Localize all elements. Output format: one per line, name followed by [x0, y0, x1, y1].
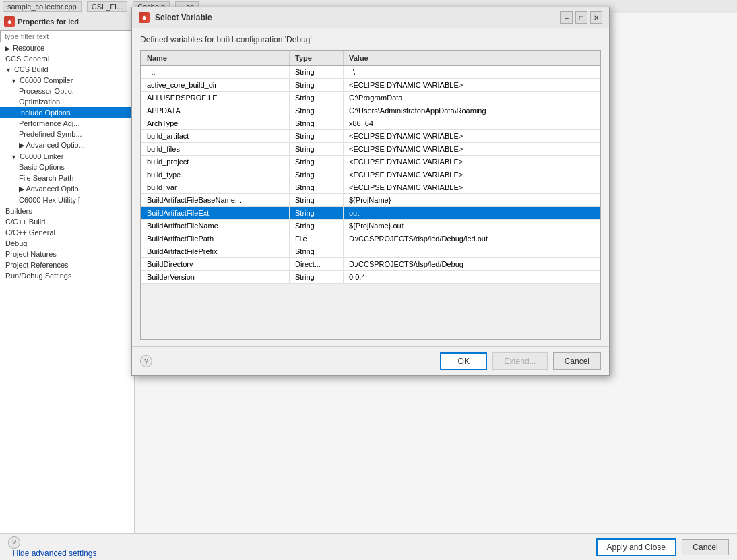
- table-row[interactable]: active_core_build_dirString<ECLIPSE DYNA…: [141, 79, 600, 92]
- dialog-title: Select Variable: [155, 13, 212, 22]
- sidebar-item-include-options[interactable]: Include Options: [0, 107, 134, 118]
- bottom-bar: ? Hide advanced settings Apply and Close…: [0, 533, 737, 560]
- editor-tab-2[interactable]: CSL_FI...: [87, 1, 127, 12]
- cell-name: BuildArtifactFilePrefix: [141, 245, 290, 258]
- sidebar-item-performance-adj[interactable]: Performance Adj...: [0, 118, 134, 129]
- cell-type: Direct...: [290, 258, 344, 271]
- minimize-button[interactable]: –: [560, 11, 573, 24]
- cell-name: active_core_build_dir: [141, 79, 290, 92]
- red-cube-icon: ◆: [4, 16, 15, 27]
- cell-type: File: [290, 232, 344, 245]
- sidebar-item-basic-options[interactable]: Basic Options: [0, 162, 134, 173]
- cell-value: <ECLIPSE DYNAMIC VARIABLE>: [344, 181, 600, 194]
- sidebar-item-debug[interactable]: Debug: [0, 238, 134, 249]
- cancel-button[interactable]: Cancel: [553, 352, 601, 370]
- cell-name: APPDATA: [141, 104, 290, 117]
- table-header-row: Name Type Value: [141, 51, 600, 66]
- sidebar-item-c6000-compiler[interactable]: ▼C6000 Compiler: [0, 75, 134, 86]
- sidebar-item-file-search-path[interactable]: File Search Path: [0, 173, 134, 183]
- dialog-title-bar: ◆ Select Variable – □ ✕: [132, 7, 609, 28]
- extend-button[interactable]: Extend...: [492, 352, 547, 370]
- table-row[interactable]: build_artifactString<ECLIPSE DYNAMIC VAR…: [141, 130, 600, 143]
- sidebar-item-resource[interactable]: ▶Resource: [0, 42, 134, 53]
- sidebar-title: Properties for led: [18, 18, 79, 26]
- table-row[interactable]: build_projectString<ECLIPSE DYNAMIC VARI…: [141, 156, 600, 168]
- ok-button[interactable]: OK: [440, 352, 487, 370]
- sidebar-item-project-natures[interactable]: Project Natures: [0, 249, 134, 259]
- sidebar-item-c6000-linker[interactable]: ▼C6000 Linker: [0, 151, 134, 162]
- dialog-title-left: ◆ Select Variable: [139, 12, 212, 23]
- table-row[interactable]: BuildArtifactFilePrefixString: [141, 245, 600, 258]
- table-row[interactable]: build_filesString<ECLIPSE DYNAMIC VARIAB…: [141, 143, 600, 156]
- cell-name: build_project: [141, 156, 290, 168]
- table-row[interactable]: BuilderVersionString0.0.4: [141, 271, 600, 284]
- table-row[interactable]: BuildArtifactFileNameString${ProjName}.o…: [141, 220, 600, 232]
- cell-value: D:/CCSPROJECTS/dsp/led/Debug: [344, 258, 600, 271]
- cell-value: C:\ProgramData: [344, 92, 600, 104]
- cell-value: <ECLIPSE DYNAMIC VARIABLE>: [344, 130, 600, 143]
- table-row[interactable]: APPDATAStringC:\Users\Administrator\AppD…: [141, 104, 600, 117]
- apply-close-button[interactable]: Apply and Close: [596, 538, 676, 556]
- help-bottom: ? Hide advanced settings: [8, 536, 96, 558]
- table-row[interactable]: build_typeString<ECLIPSE DYNAMIC VARIABL…: [141, 168, 600, 181]
- footer-left: ?: [140, 355, 152, 367]
- column-header-type: Type: [290, 51, 344, 66]
- table-row[interactable]: build_varString<ECLIPSE DYNAMIC VARIABLE…: [141, 181, 600, 194]
- help-icon-dialog[interactable]: ?: [140, 355, 152, 367]
- sidebar-item-project-references[interactable]: Project References: [0, 259, 134, 270]
- restore-button[interactable]: □: [575, 11, 587, 24]
- sidebar-item-ccs-general[interactable]: CCS General: [0, 53, 134, 64]
- table-row[interactable]: BuildArtifactFileExtStringout: [141, 207, 600, 220]
- cell-value: [344, 245, 600, 258]
- cell-type: String: [290, 271, 344, 284]
- cell-value: ::\: [344, 65, 600, 79]
- cell-name: BuilderVersion: [141, 271, 290, 284]
- table-row[interactable]: ArchTypeStringx86_64: [141, 117, 600, 130]
- sidebar-item-advanced-optio2[interactable]: ▶ Advanced Optio...: [0, 183, 134, 195]
- cell-value: D:/CCSPROJECTS/dsp/led/Debug/led.out: [344, 232, 600, 245]
- sidebar-item-cpp-general[interactable]: C/C++ General: [0, 227, 134, 238]
- variable-table-container: Name Type Value =::String::\active_core_…: [140, 50, 601, 340]
- sidebar-item-optimization[interactable]: Optimization: [0, 96, 134, 107]
- sidebar-item-predefined-symb[interactable]: Predefined Symb...: [0, 129, 134, 139]
- cell-value: ${ProjName}: [344, 194, 600, 207]
- table-row[interactable]: BuildArtifactFileBaseName...String${Proj…: [141, 194, 600, 207]
- footer-right: OK Extend... Cancel: [440, 352, 601, 370]
- cancel-button-bottom[interactable]: Cancel: [682, 539, 729, 555]
- cell-name: ArchType: [141, 117, 290, 130]
- column-header-value: Value: [344, 51, 600, 66]
- cell-name: BuildArtifactFileBaseName...: [141, 194, 290, 207]
- cell-type: String: [290, 220, 344, 232]
- table-row[interactable]: ALLUSERSPROFILEStringC:\ProgramData: [141, 92, 600, 104]
- help-icon-bottom[interactable]: ?: [8, 536, 20, 549]
- table-row[interactable]: BuildArtifactFilePathFileD:/CCSPROJECTS/…: [141, 232, 600, 245]
- sidebar-item-c6000-hex[interactable]: C6000 Hex Utility [: [0, 195, 134, 206]
- cell-name: BuildArtifactFileExt: [141, 207, 290, 220]
- sidebar-item-processor-options[interactable]: Processor Optio...: [0, 86, 134, 96]
- filter-input[interactable]: [0, 30, 134, 42]
- cell-type: String: [290, 79, 344, 92]
- sidebar-item-advanced-optio[interactable]: ▶ Advanced Optio...: [0, 139, 134, 151]
- cell-type: String: [290, 207, 344, 220]
- cell-name: build_files: [141, 143, 290, 156]
- table-row[interactable]: =::String::\: [141, 65, 600, 79]
- variable-table-scroll[interactable]: Name Type Value =::String::\active_core_…: [141, 51, 600, 339]
- cell-type: String: [290, 168, 344, 181]
- sidebar-item-run-debug-settings[interactable]: Run/Debug Settings: [0, 270, 134, 281]
- editor-tab-1[interactable]: sample_collector.cpp: [3, 1, 82, 12]
- cell-type: String: [290, 130, 344, 143]
- cell-name: BuildArtifactFilePath: [141, 232, 290, 245]
- sidebar-item-builders[interactable]: Builders: [0, 206, 134, 216]
- cell-value: <ECLIPSE DYNAMIC VARIABLE>: [344, 79, 600, 92]
- sidebar-item-ccs-build[interactable]: ▼CCS Build: [0, 64, 134, 75]
- cell-name: build_artifact: [141, 130, 290, 143]
- sidebar-item-cpp-build[interactable]: C/C++ Build: [0, 216, 134, 227]
- hide-advanced-link[interactable]: Hide advanced settings: [13, 549, 97, 558]
- close-button[interactable]: ✕: [590, 11, 602, 24]
- cell-type: String: [290, 156, 344, 168]
- cell-name: ALLUSERSPROFILE: [141, 92, 290, 104]
- table-row[interactable]: BuildDirectoryDirect...D:/CCSPROJECTS/ds…: [141, 258, 600, 271]
- cell-value: ${ProjName}.out: [344, 220, 600, 232]
- cell-name: BuildArtifactFileName: [141, 220, 290, 232]
- column-header-name: Name: [141, 51, 290, 66]
